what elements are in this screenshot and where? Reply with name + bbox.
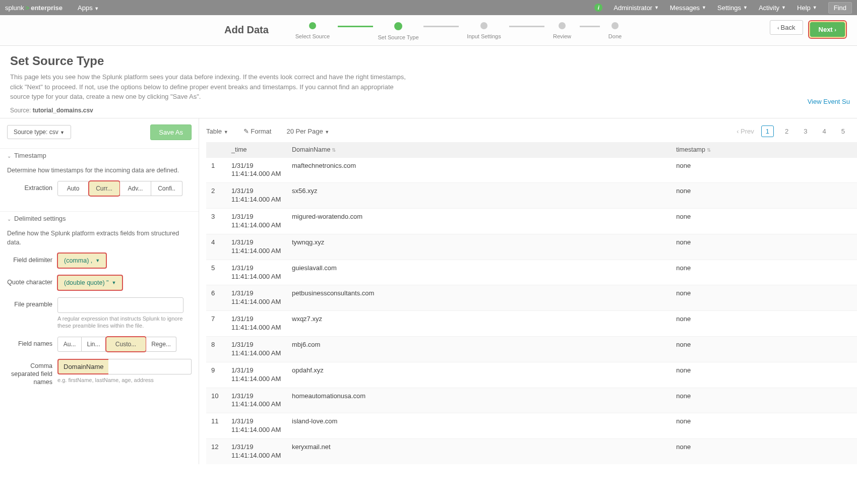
delimited-section-header[interactable]: ⌄Delimited settings <box>0 211 199 225</box>
page-description: This page lets you see how the Splunk pl… <box>10 72 413 102</box>
page-5[interactable]: 5 <box>837 126 849 137</box>
view-table-dropdown[interactable]: Table ▼ <box>206 128 228 135</box>
cell-timestamp: none <box>671 413 857 439</box>
csfn-input-wrap: DomainName <box>57 359 192 374</box>
back-button[interactable]: ‹ Back <box>770 20 803 35</box>
fieldnames-regex[interactable]: Rege... <box>146 337 176 352</box>
page-3[interactable]: 3 <box>800 126 811 137</box>
cell-domain: sx56.xyz <box>287 183 671 209</box>
table-row[interactable]: 81/31/1911:41:14.000 AMmbj6.comnone <box>206 336 857 362</box>
csfn-input[interactable] <box>108 359 192 374</box>
step-select-source[interactable]: Select Source <box>287 22 338 39</box>
cell-time: 1/31/1911:41:14.000 AM <box>226 439 287 464</box>
table-row[interactable]: 31/31/1911:41:14.000 AMmigured-woratendo… <box>206 209 857 234</box>
page-2[interactable]: 2 <box>781 126 792 137</box>
col-domain[interactable]: DomainName⇅ <box>287 142 671 158</box>
page-title: Set Source Type <box>10 54 847 68</box>
save-as-button[interactable]: Save As <box>150 124 192 140</box>
quote-character-label: Quote character <box>7 275 57 286</box>
row-number: 2 <box>206 183 226 209</box>
per-page-dropdown[interactable]: 20 Per Page ▼ <box>286 128 329 135</box>
csfn-value-highlight[interactable]: DomainName <box>57 359 108 374</box>
step-review[interactable]: Review <box>544 22 580 39</box>
source-filename: tutorial_domains.csv <box>33 107 93 114</box>
row-number: 9 <box>206 362 226 388</box>
step-input-settings[interactable]: Input Settings <box>459 22 509 39</box>
cell-timestamp: none <box>671 388 857 413</box>
extraction-auto[interactable]: Auto <box>57 181 89 196</box>
top-bar: splunk > enterprise Apps ▼ i Administrat… <box>0 0 857 15</box>
step-done[interactable]: Done <box>600 22 630 39</box>
cell-time: 1/31/1911:41:14.000 AM <box>226 234 287 260</box>
menu-administrator[interactable]: Administrator▼ <box>614 4 659 12</box>
cell-domain: migured-woratendo.com <box>287 209 671 234</box>
col-time[interactable]: _time <box>226 142 287 158</box>
extraction-advanced[interactable]: Adv... <box>120 181 151 196</box>
fieldnames-auto[interactable]: Au... <box>57 337 82 352</box>
topbar-right: i Administrator▼ Messages▼ Settings▼ Act… <box>594 2 852 14</box>
find-button[interactable]: Find <box>828 2 852 14</box>
page-4[interactable]: 4 <box>819 126 830 137</box>
next-button[interactable]: Next › <box>810 22 845 37</box>
field-delimiter-dropdown[interactable]: (comma) ,▼ <box>57 253 106 268</box>
table-row[interactable]: 41/31/1911:41:14.000 AMtywnqg.xyznone <box>206 234 857 260</box>
preview-panel: Table ▼ ✎ Format 20 Per Page ▼ ‹ Prev 1 … <box>199 118 857 464</box>
col-timestamp[interactable]: timestamp⇅ <box>671 142 857 158</box>
table-row[interactable]: 111/31/1911:41:14.000 AMisland-love.comn… <box>206 413 857 439</box>
cell-timestamp: none <box>671 285 857 311</box>
row-number: 5 <box>206 260 226 285</box>
extraction-current[interactable]: Curr... <box>89 181 120 196</box>
apps-menu[interactable]: Apps ▼ <box>78 4 99 12</box>
sort-icon: ⇅ <box>332 147 336 153</box>
caret-down-icon: ▼ <box>60 130 65 135</box>
cell-timestamp: none <box>671 439 857 464</box>
step-set-source-type[interactable]: Set Source Type <box>373 22 423 40</box>
cell-time: 1/31/1911:41:14.000 AM <box>226 157 287 183</box>
cell-time: 1/31/1911:41:14.000 AM <box>226 362 287 388</box>
chevron-down-icon: ⌄ <box>7 216 11 222</box>
menu-settings[interactable]: Settings▼ <box>717 4 748 12</box>
brand-logo: splunk > enterprise <box>5 4 63 12</box>
cell-domain: tywnqg.xyz <box>287 234 671 260</box>
caret-down-icon: ▼ <box>94 6 99 11</box>
table-row[interactable]: 11/31/1911:41:14.000 AMmaftechnetronics.… <box>206 157 857 183</box>
cell-domain: island-love.com <box>287 413 671 439</box>
table-row[interactable]: 21/31/1911:41:14.000 AMsx56.xyznone <box>206 183 857 209</box>
page-1[interactable]: 1 <box>761 125 774 137</box>
view-event-summary-link[interactable]: View Event Su <box>808 98 850 105</box>
menu-help[interactable]: Help▼ <box>797 4 817 12</box>
cell-time: 1/31/1911:41:14.000 AM <box>226 336 287 362</box>
file-preamble-input[interactable] <box>57 297 183 313</box>
caret-down-icon: ▼ <box>95 258 100 263</box>
menu-messages[interactable]: Messages▼ <box>670 4 706 12</box>
row-number: 12 <box>206 439 226 464</box>
extraction-configure[interactable]: Confi.. <box>151 181 182 196</box>
page-header: Set Source Type This page lets you see h… <box>0 46 857 118</box>
field-delimiter-label: Field delimiter <box>7 253 57 264</box>
fieldnames-line[interactable]: Lin... <box>82 337 106 352</box>
cell-timestamp: none <box>671 336 857 362</box>
format-button[interactable]: ✎ Format <box>243 128 272 135</box>
table-row[interactable]: 51/31/1911:41:14.000 AMguieslavall.comno… <box>206 260 857 285</box>
apps-label: Apps <box>78 4 93 12</box>
cell-timestamp: none <box>671 260 857 285</box>
timestamp-section-header[interactable]: ⌄Timestamp <box>0 148 199 162</box>
cell-time: 1/31/1911:41:14.000 AM <box>226 183 287 209</box>
cell-domain: opdahf.xyz <box>287 362 671 388</box>
source-line: Source: tutorial_domains.csv View Event … <box>10 107 847 114</box>
table-row[interactable]: 121/31/1911:41:14.000 AMkeryxmail.netnon… <box>206 439 857 464</box>
page-prev[interactable]: ‹ Prev <box>737 128 754 135</box>
table-row[interactable]: 61/31/1911:41:14.000 AMpetbusinessconsul… <box>206 285 857 311</box>
table-row[interactable]: 71/31/1911:41:14.000 AMwxqz7.xyznone <box>206 311 857 337</box>
csfn-hint: e.g. firstName, lastName, age, address <box>57 376 192 384</box>
cell-timestamp: none <box>671 183 857 209</box>
menu-activity[interactable]: Activity▼ <box>759 4 786 12</box>
file-preamble-label: File preamble <box>7 297 57 308</box>
source-type-dropdown[interactable]: Source type: csv ▼ <box>7 125 71 139</box>
fieldnames-custom[interactable]: Custo... <box>106 337 146 352</box>
row-number: 8 <box>206 336 226 362</box>
info-icon[interactable]: i <box>594 4 602 12</box>
table-row[interactable]: 101/31/1911:41:14.000 AMhomeautomationus… <box>206 388 857 413</box>
quote-character-dropdown[interactable]: (double quote) "▼ <box>57 275 123 290</box>
table-row[interactable]: 91/31/1911:41:14.000 AMopdahf.xyznone <box>206 362 857 388</box>
